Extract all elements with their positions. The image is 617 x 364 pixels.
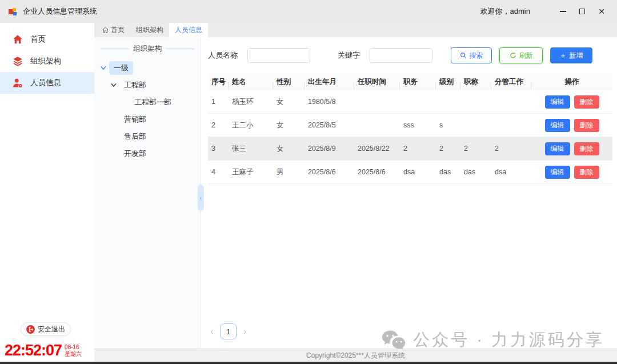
delete-button[interactable]: 删除 — [574, 166, 599, 179]
keyword-field-label: 关键字 — [338, 50, 360, 61]
keyword-input[interactable] — [370, 48, 432, 63]
minimize-button[interactable] — [553, 3, 572, 19]
tree-nodes: 一级工程部工程部一部营销部售后部开发部 — [94, 59, 201, 162]
cell-actions: 编辑删除 — [531, 119, 612, 132]
caret-spacer — [110, 150, 117, 157]
table-row-3[interactable]: 4王麻子男2025/8/62025/8/6dsadasdasdsa编辑删除 — [208, 161, 612, 184]
sidebar-item-2[interactable]: 人员信息 — [0, 72, 94, 94]
clock: 22:52:07 08-16 星期六 — [0, 342, 94, 359]
clock-time: 22:52:07 — [5, 342, 62, 359]
col-header-actions: 操作 — [531, 77, 612, 87]
table-row-1[interactable]: 2王二小女2025/8/5ssss编辑删除 — [208, 114, 612, 137]
cell-gender: 女 — [273, 97, 305, 107]
sidebar-item-label: 组织架构 — [30, 56, 61, 66]
cell-actions: 编辑删除 — [531, 95, 612, 109]
sidebar-bottom: 安全退出 22:52:07 08-16 星期六 — [0, 322, 94, 362]
tree-header-title: 组织架构 — [133, 44, 162, 54]
tree-node-3[interactable]: 营销部 — [94, 111, 201, 128]
plus-icon: ＋ — [560, 52, 567, 59]
tree-node-5[interactable]: 开发部 — [94, 145, 201, 162]
cell-title: 2 — [460, 145, 491, 153]
clock-weekday: 星期六 — [65, 351, 82, 358]
panel-collapse-handle[interactable]: ‹ — [198, 185, 204, 211]
cell-duty: 2 — [491, 145, 531, 153]
cell-actions: 编辑删除 — [531, 142, 612, 155]
cell-position: 2 — [400, 145, 436, 153]
cell-birth: 2025/8/6 — [305, 168, 354, 176]
cell-name: 杨玉环 — [229, 97, 273, 107]
delete-button[interactable]: 删除 — [574, 119, 599, 132]
tab-0[interactable]: 首页 — [97, 23, 130, 37]
home-icon — [13, 34, 23, 45]
tab-label: 人员信息 — [175, 25, 202, 35]
welcome-text: 欢迎你，admin — [480, 6, 530, 17]
refresh-icon — [510, 52, 516, 59]
sidebar-item-1[interactable]: 组织架构 — [0, 50, 94, 72]
maximize-button[interactable] — [572, 3, 592, 19]
refresh-button-label: 刷新 — [519, 51, 533, 61]
cell-gender: 男 — [273, 167, 305, 177]
cell-seq: 2 — [208, 121, 229, 129]
delete-button[interactable]: 删除 — [574, 142, 599, 155]
cell-level: s — [436, 121, 460, 129]
page-number-button[interactable]: 1 — [221, 323, 237, 339]
cell-name: 王麻子 — [229, 167, 273, 177]
col-header-level: 级别 — [436, 77, 460, 87]
titlebar: 企业人员信息管理系统 欢迎你，admin ✕ — [0, 0, 617, 23]
prev-page-button[interactable]: ‹ — [210, 326, 214, 337]
clock-date: 08-16 — [65, 344, 82, 351]
cell-actions: 编辑删除 — [531, 166, 612, 179]
minimize-icon — [560, 11, 566, 12]
logout-button[interactable]: 安全退出 — [21, 322, 71, 336]
app-title: 企业人员信息管理系统 — [23, 6, 97, 17]
cell-tenure: 2025/8/6 — [354, 168, 400, 176]
cell-position: sss — [400, 121, 436, 129]
table-row-2[interactable]: 3张三女2025/8/92025/8/222222编辑删除 — [208, 137, 612, 161]
caret-down-icon[interactable] — [110, 82, 117, 89]
name-field-label: 人员名称 — [208, 50, 238, 61]
col-header-seq: 序号 — [208, 77, 229, 87]
divider — [100, 49, 129, 49]
cell-birth: 2025/8/5 — [305, 121, 354, 129]
table-row-0[interactable]: 1杨玉环女1980/5/8编辑删除 — [208, 90, 612, 114]
edit-button[interactable]: 编辑 — [545, 142, 570, 155]
add-button-label: 新增 — [570, 51, 583, 61]
sidebar-item-label: 首页 — [30, 34, 46, 45]
cell-seq: 4 — [208, 168, 229, 176]
col-header-gender: 性别 — [273, 77, 305, 87]
add-button[interactable]: ＋ 新增 — [550, 47, 592, 63]
cell-level: 2 — [436, 145, 460, 153]
edit-button[interactable]: 编辑 — [545, 166, 570, 179]
col-header-position: 职务 — [400, 77, 436, 87]
caret-down-icon[interactable] — [100, 65, 107, 71]
sidebar-item-0[interactable]: 首页 — [0, 29, 94, 50]
delete-button[interactable]: 删除 — [574, 95, 599, 109]
name-input[interactable] — [247, 48, 310, 63]
cell-gender: 女 — [273, 121, 305, 130]
table-header-row: 序号姓名性别出生年月任职时间职务级别职称分管工作操作 — [208, 73, 612, 90]
tree-node-label: 一级 — [109, 61, 133, 75]
refresh-button[interactable]: 刷新 — [499, 47, 543, 63]
tree-node-1[interactable]: 工程部 — [94, 77, 201, 94]
tree-node-label: 售后部 — [119, 130, 151, 143]
close-button[interactable]: ✕ — [592, 3, 611, 19]
tree-header: 组织架构 — [94, 42, 201, 59]
cell-name: 张三 — [229, 144, 273, 154]
personnel-table: 序号姓名性别出生年月任职时间职务级别职称分管工作操作 1杨玉环女1980/5/8… — [208, 73, 612, 184]
search-button[interactable]: 搜索 — [451, 47, 492, 63]
tree-node-2[interactable]: 工程部一部 — [94, 94, 201, 111]
tab-label: 首页 — [111, 25, 125, 35]
tree-node-0[interactable]: 一级 — [94, 59, 201, 77]
tab-1[interactable]: 组织架构 — [130, 23, 169, 37]
org-tree-panel: 组织架构 一级工程部工程部一部营销部售后部开发部 ‹ — [94, 37, 201, 349]
next-page-button[interactable]: › — [243, 326, 247, 337]
edit-button[interactable]: 编辑 — [545, 119, 570, 132]
home-icon — [102, 27, 109, 33]
sidebar-nav: 首页组织架构人员信息 — [0, 23, 94, 94]
tab-2[interactable]: 人员信息 — [169, 23, 208, 37]
cell-birth: 1980/5/8 — [305, 98, 354, 106]
table-body: 1杨玉环女1980/5/8编辑删除2王二小女2025/8/5ssss编辑删除3张… — [208, 90, 612, 184]
footer: Copyright©2025***人员管理系统 — [94, 349, 617, 362]
tree-node-4[interactable]: 售后部 — [94, 128, 201, 145]
edit-button[interactable]: 编辑 — [545, 95, 570, 109]
